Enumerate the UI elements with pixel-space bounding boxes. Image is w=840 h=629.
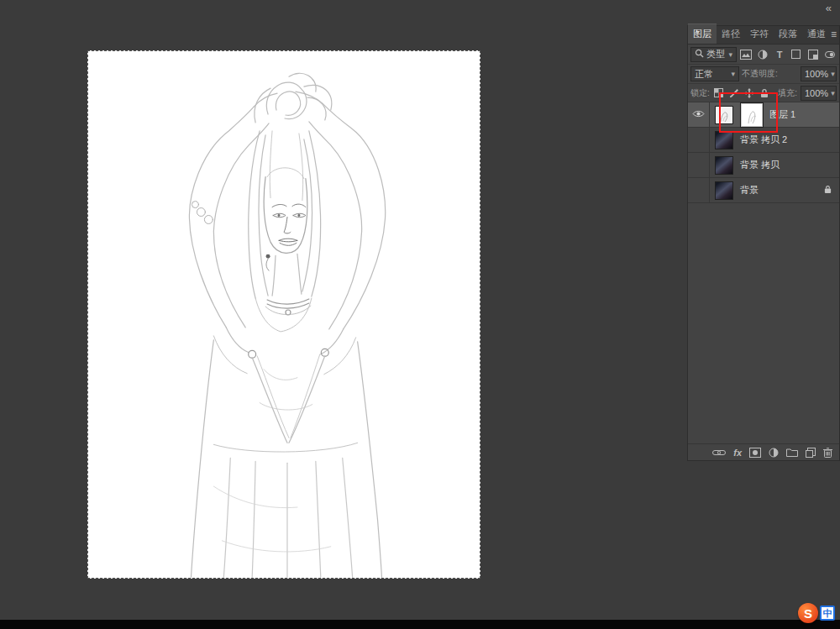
search-icon	[695, 49, 704, 60]
layers-panel: 图层 路径 字符 段落 通道 ≡ 类型 ▾ T	[687, 25, 840, 461]
layer-name[interactable]: 背景	[740, 184, 759, 197]
layer-thumbnail[interactable]	[715, 181, 733, 200]
fill-label: 填充:	[778, 87, 797, 99]
visibility-toggle[interactable]	[688, 178, 710, 202]
collapse-panels-icon[interactable]: «	[826, 2, 832, 14]
layer-thumbnail-highlighted[interactable]	[741, 103, 763, 127]
layer-list: 图层 1 背景 拷贝 2 背景 拷贝 背景	[688, 102, 839, 443]
layer-thumbnail[interactable]	[715, 131, 733, 149]
sogou-logo-icon[interactable]: S	[798, 603, 818, 623]
layer-filter-row: 类型 ▾ T	[688, 45, 839, 65]
blend-mode-value: 正常	[695, 68, 713, 81]
fill-value: 100%	[805, 88, 828, 98]
panel-tabbar: 图层 路径 字符 段落 通道 ≡	[688, 26, 839, 45]
filter-toggle-icon[interactable]	[822, 47, 837, 62]
layer-thumbnail[interactable]	[715, 156, 733, 175]
filter-adjustment-icon[interactable]	[756, 47, 770, 62]
lock-label: 锁定:	[690, 87, 710, 99]
layer-style-fx-icon[interactable]: fx	[733, 448, 742, 458]
tab-channels[interactable]: 通道	[802, 24, 831, 44]
link-layers-icon[interactable]	[712, 449, 726, 456]
sketch-artwork	[88, 51, 480, 578]
ime-language-icon[interactable]: 中	[820, 605, 835, 621]
taskbar-strip	[0, 620, 840, 629]
layer-lock-icon	[824, 185, 832, 196]
filter-smart-object-icon[interactable]	[806, 47, 820, 62]
tab-paragraph[interactable]: 段落	[774, 24, 802, 44]
filter-image-icon[interactable]	[739, 47, 753, 62]
chevron-down-icon: ▾	[831, 89, 835, 97]
layer-row-layer1[interactable]: 图层 1	[688, 102, 839, 128]
photoshop-workspace: «	[0, 0, 840, 629]
blend-opacity-row: 正常 ▾ 不透明度: 100% ▾	[688, 65, 839, 84]
layer-row-bg-copy2[interactable]: 背景 拷贝 2	[688, 128, 839, 153]
opacity-value: 100%	[805, 69, 828, 79]
visibility-toggle[interactable]	[688, 128, 710, 152]
tab-character[interactable]: 字符	[745, 24, 774, 44]
delete-layer-icon[interactable]	[823, 448, 832, 458]
visibility-toggle[interactable]	[688, 153, 710, 177]
panel-menu-icon[interactable]: ≡	[831, 29, 837, 39]
layer-thumbnail[interactable]	[715, 106, 733, 124]
lock-transparency-icon[interactable]	[713, 87, 725, 99]
lock-position-icon[interactable]	[743, 87, 755, 99]
opacity-value-field[interactable]: 100% ▾	[801, 66, 837, 81]
new-group-icon[interactable]	[786, 448, 798, 457]
layers-action-bar: fx	[688, 443, 839, 460]
filter-shape-icon[interactable]	[789, 47, 803, 62]
filter-kind-select[interactable]: 类型 ▾	[690, 47, 737, 62]
tab-paths[interactable]: 路径	[717, 24, 745, 44]
layer-name[interactable]: 背景 拷贝 2	[740, 134, 787, 146]
canvas-document[interactable]	[87, 50, 480, 579]
filter-kind-label: 类型	[706, 48, 725, 60]
filter-type-icon[interactable]: T	[773, 47, 787, 62]
layer-row-bg-copy[interactable]: 背景 拷贝	[688, 153, 839, 178]
layer-row-background[interactable]: 背景	[688, 178, 839, 203]
blend-mode-select[interactable]: 正常 ▾	[690, 66, 739, 81]
new-layer-icon[interactable]	[806, 448, 816, 458]
chevron-down-icon: ▾	[728, 50, 732, 59]
layer-name[interactable]: 图层 1	[769, 108, 795, 121]
lock-pixels-icon[interactable]	[728, 87, 740, 99]
lock-all-icon[interactable]	[759, 87, 770, 99]
fill-value-field[interactable]: 100% ▾	[801, 86, 837, 101]
layer-name[interactable]: 背景 拷贝	[740, 159, 780, 171]
tab-layers[interactable]: 图层	[688, 24, 717, 44]
chevron-down-icon: ▾	[831, 70, 835, 78]
add-mask-icon[interactable]	[749, 448, 761, 458]
adjustment-layer-icon[interactable]	[769, 448, 779, 458]
chevron-down-icon: ▾	[731, 70, 735, 78]
lock-fill-row: 锁定: 填充: 100% ▾	[688, 84, 839, 102]
eye-icon	[692, 109, 705, 120]
ime-tray[interactable]: S 中	[798, 603, 835, 623]
opacity-label: 不透明度:	[742, 68, 778, 80]
visibility-toggle[interactable]	[688, 102, 710, 127]
